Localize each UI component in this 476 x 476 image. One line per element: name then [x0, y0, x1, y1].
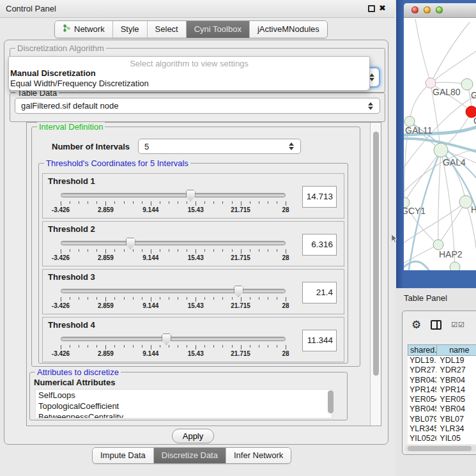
close-traffic-light-icon[interactable] [411, 6, 418, 13]
table-row[interactable]: YBL079WYBL07 [408, 415, 476, 424]
table-row[interactable]: YDL19...YDL19 [408, 356, 476, 365]
tab-impute-data[interactable]: Impute Data [93, 448, 153, 463]
table-row[interactable]: YER054CYER05 [408, 395, 476, 404]
columns-icon[interactable] [431, 320, 441, 330]
close-icon[interactable]: ✖ [379, 3, 386, 13]
tick-label: 9.144 [142, 206, 158, 213]
column-header-shared-[interactable]: shared... [408, 344, 437, 356]
threshold-value-field[interactable]: 11.344 [302, 330, 337, 351]
minimize-traffic-light-icon[interactable] [424, 6, 431, 13]
tab-network[interactable]: Network [55, 21, 112, 38]
slider-track[interactable] [61, 241, 286, 245]
table-hscrollbar-thumb[interactable] [408, 446, 472, 451]
table-hscrollbar-track[interactable] [405, 445, 476, 452]
slider-handle[interactable] [126, 238, 135, 249]
tick-mark [124, 345, 125, 348]
tab-label: jActiveMNodules [257, 24, 319, 34]
tab-discretize-data[interactable]: Discretize Data [153, 448, 226, 463]
table-cell: YER05 [436, 395, 476, 404]
threshold-slider-2[interactable]: -3.4262.8599.14415.4321.71528 [61, 238, 286, 261]
tick-label: 15.43 [188, 302, 204, 309]
network-canvas[interactable]: GAL80GACGAL11GAL4GCY1HHAP2 [404, 18, 476, 270]
tab-label: Style [121, 24, 139, 34]
tick-mark [114, 249, 115, 252]
threshold-slider-4[interactable]: -3.4262.8599.14415.4321.71528 [61, 334, 286, 357]
discretization-algorithm-title: Discretization Algorithm [15, 43, 106, 53]
tick-label: 21.715 [231, 206, 250, 213]
tick-label: 28 [282, 350, 289, 357]
tick-mark [178, 249, 178, 252]
tab-style[interactable]: Style [112, 21, 147, 38]
algorithm-option-manual[interactable]: Manual Discretization [9, 68, 369, 79]
attribute-item[interactable]: SelfLoops [36, 390, 332, 401]
slider-handle[interactable] [186, 190, 196, 201]
tick-label: 28 [282, 254, 289, 261]
numerical-attributes-label: Numerical Attributes [34, 378, 115, 387]
settings-scrollbar-track[interactable] [370, 123, 381, 426]
tick-mark [142, 345, 142, 348]
slider-track[interactable] [61, 193, 286, 197]
table-panel: ⚙ ☑☑ shared...name YDL19...YDL19YDR27...… [402, 311, 476, 455]
table-cell: YLR34 [436, 424, 476, 434]
table-row[interactable]: YDR27...YDR27 [408, 365, 476, 375]
zoom-traffic-light-icon[interactable] [436, 6, 443, 13]
network-edge[interactable] [415, 19, 431, 83]
network-edge[interactable] [404, 245, 438, 263]
table-row[interactable]: YPR145WYPR14 [408, 385, 476, 395]
threshold-value-field[interactable]: 21.4 [302, 282, 337, 303]
tab-infer-network[interactable]: Infer Network [226, 448, 291, 463]
slider-track[interactable] [61, 337, 286, 341]
tick-mark [250, 297, 250, 300]
float-window-icon[interactable] [368, 5, 375, 12]
network-node-hap2[interactable] [433, 240, 443, 250]
interval-definition-group: Interval Definition Number of Intervals … [31, 127, 360, 367]
network-edge[interactable] [404, 150, 441, 203]
threshold-slider-1[interactable]: -3.4262.8599.14415.4321.71528 [61, 190, 286, 213]
threshold-value-field[interactable]: 6.316 [302, 234, 337, 256]
network-node-gal4[interactable] [434, 143, 448, 157]
network-node[interactable] [450, 262, 460, 270]
attribute-item[interactable]: BetweennessCentrality [36, 411, 332, 418]
tick-mark [124, 297, 125, 300]
settings-scrollbar-thumb[interactable] [373, 132, 379, 376]
threshold-value-field[interactable]: 14.713 [302, 186, 337, 208]
tick-mark [250, 249, 250, 252]
node-table[interactable]: shared...name YDL19...YDL19YDR27...YDR27… [408, 344, 476, 444]
slider-handle[interactable] [234, 286, 243, 297]
tick-label: 2.859 [98, 254, 114, 261]
network-edge-highlighted[interactable] [404, 261, 429, 270]
gear-icon[interactable]: ⚙ [411, 319, 421, 330]
tick-mark [286, 345, 286, 349]
network-node-h[interactable] [459, 196, 472, 208]
table-row[interactable]: YLR345WYLR34 [408, 424, 476, 434]
network-edge[interactable] [410, 83, 431, 121]
network-node-ga[interactable] [461, 79, 473, 90]
network-edge[interactable] [431, 22, 470, 83]
slider-handle[interactable] [162, 334, 171, 345]
table-cell: YBR043C [408, 376, 436, 385]
attributes-scrollbar-thumb[interactable] [328, 390, 334, 413]
numerical-attributes-list[interactable]: SelfLoopsTopologicalCoefficientBetweenne… [35, 389, 332, 418]
tab-jactivemnodules[interactable]: jActiveMNodules [249, 21, 327, 38]
tick-label: -3.426 [52, 254, 70, 261]
column-header-name[interactable]: name [437, 344, 476, 356]
network-edge[interactable] [438, 202, 466, 245]
apply-button[interactable]: Apply [172, 429, 214, 443]
algorithm-option-equal-width[interactable]: Equal Width/Frequency Discretization [9, 79, 369, 89]
checkbox-icons[interactable]: ☑☑ [451, 321, 465, 329]
table-data-combobox[interactable]: galFiltered.sif default node [15, 98, 380, 114]
table-row[interactable]: YBR045CYBR04 [408, 404, 476, 414]
number-of-intervals-spinner[interactable]: 5 [138, 139, 301, 154]
attribute-item[interactable]: TopologicalCoefficient [36, 401, 332, 411]
table-panel-toolbar: ⚙ ☑☑ [403, 315, 476, 334]
tick-mark [160, 297, 160, 300]
tab-select[interactable]: Select [147, 21, 186, 38]
network-edge[interactable] [431, 51, 476, 83]
threshold-slider-3[interactable]: -3.4262.8599.14415.4321.71528 [61, 286, 286, 309]
tab-cyni-toolbox[interactable]: Cyni Toolbox [186, 21, 249, 38]
table-row[interactable]: YBR043CYBR04 [408, 376, 476, 385]
table-cell: YPR14 [436, 385, 476, 395]
slider-track[interactable] [61, 289, 286, 293]
thresholds-group: Threshold's Coordinates for 5 Intervals … [38, 163, 348, 364]
table-row[interactable]: YIL052CYIL05 [408, 434, 476, 443]
